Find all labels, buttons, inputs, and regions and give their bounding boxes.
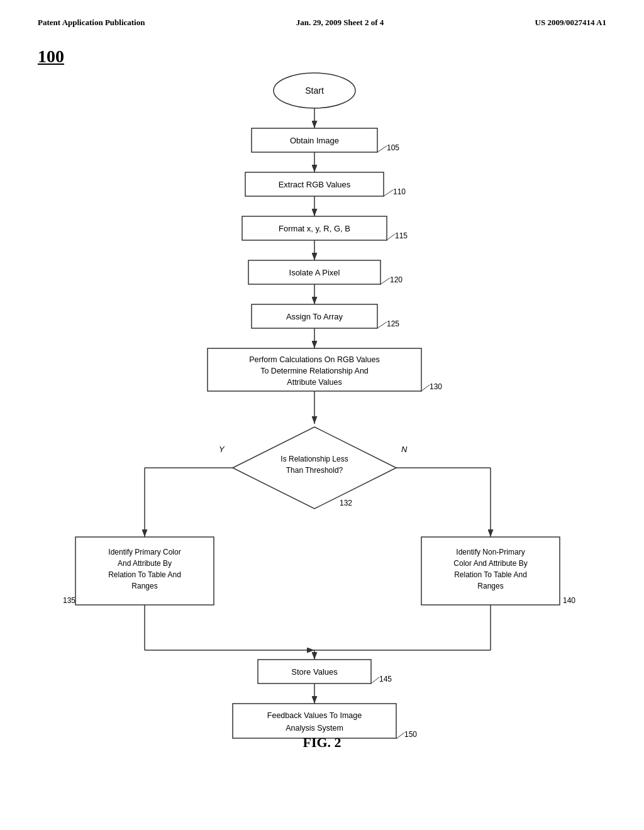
- feedback-line2: Analysis System: [286, 724, 343, 733]
- id-nonprimary-line3: Relation To Table And: [454, 570, 527, 579]
- id-primary-line2: And Attribute By: [118, 559, 172, 568]
- header-left: Patent Application Publication: [38, 18, 145, 28]
- label-120: 120: [390, 275, 402, 284]
- id-primary-line4: Ranges: [131, 582, 157, 590]
- obtain-image-label: Obtain Image: [290, 136, 339, 145]
- format-label: Format x, y, R, G, B: [279, 224, 350, 233]
- n-label: N: [401, 445, 408, 454]
- label-115: 115: [395, 231, 408, 240]
- svg-line-19: [421, 385, 430, 391]
- id-nonprimary-line1: Identify Non-Primary: [456, 548, 525, 556]
- svg-line-4: [377, 146, 387, 152]
- label-130: 130: [430, 382, 442, 391]
- assign-label: Assign To Array: [286, 312, 343, 321]
- page-header: Patent Application Publication Jan. 29, …: [0, 0, 644, 34]
- store-values-label: Store Values: [291, 667, 338, 677]
- label-110: 110: [393, 187, 406, 196]
- id-primary-line1: Identify Primary Color: [108, 548, 180, 556]
- header-middle: Jan. 29, 2009 Sheet 2 of 4: [296, 18, 384, 28]
- label-125: 125: [387, 319, 399, 328]
- diamond-line2: Than Threshold?: [286, 466, 343, 475]
- label-105: 105: [387, 143, 399, 152]
- diagram-area: 100 Start Obtain Image 105: [0, 34, 644, 770]
- fig-label: FIG. 2: [0, 734, 644, 751]
- svg-line-10: [387, 234, 395, 240]
- svg-line-34: [371, 677, 379, 683]
- start-label: Start: [305, 86, 324, 96]
- label-132: 132: [340, 499, 352, 507]
- id-nonprimary-line2: Color And Attribute By: [453, 559, 527, 568]
- feedback-line1: Feedback Values To Image: [267, 711, 362, 720]
- svg-line-13: [380, 278, 390, 284]
- perform-calc-line1: Perform Calculations On RGB Values: [249, 355, 380, 364]
- flowchart: Start Obtain Image 105 Extract RGB Value…: [0, 40, 644, 751]
- svg-line-7: [384, 190, 393, 196]
- id-primary-line3: Relation To Table And: [108, 570, 181, 579]
- perform-calc-line2: To Determine Relationship And: [260, 367, 369, 375]
- header-right: US 2009/0027414 A1: [535, 18, 606, 28]
- label-140: 140: [563, 596, 575, 605]
- diamond-line1: Is Relationship Less: [280, 455, 348, 463]
- perform-calc-line3: Attribute Values: [287, 378, 341, 387]
- label-135: 135: [63, 596, 75, 605]
- svg-rect-36: [233, 704, 396, 738]
- y-label: Y: [219, 445, 225, 454]
- page: Patent Application Publication Jan. 29, …: [0, 0, 644, 830]
- id-nonprimary-line4: Ranges: [477, 582, 503, 590]
- svg-line-16: [377, 322, 387, 328]
- label-145: 145: [379, 675, 392, 683]
- isolate-label: Isolate A Pixel: [289, 268, 340, 277]
- extract-rgb-label: Extract RGB Values: [279, 180, 351, 189]
